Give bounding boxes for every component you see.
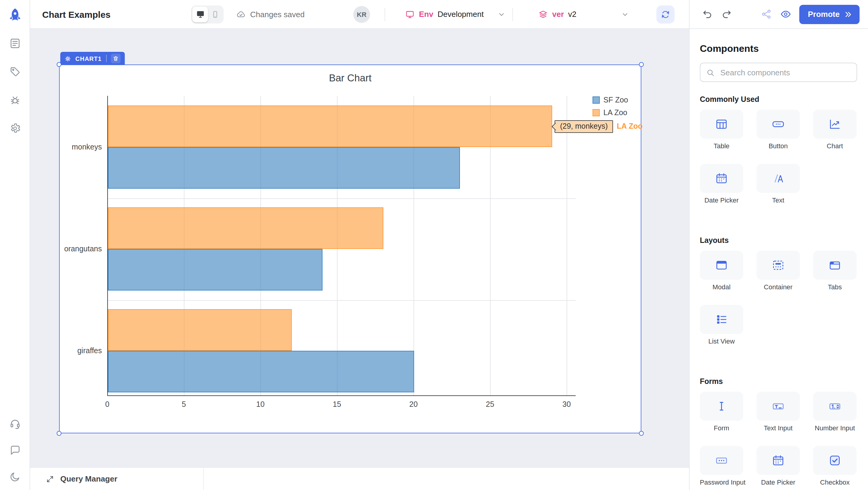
undo-icon[interactable] [702, 8, 713, 20]
x-tick-label: 0 [105, 400, 110, 409]
tag-icon[interactable] [9, 66, 21, 78]
component-card-list-view[interactable]: List View [700, 305, 743, 345]
top-bar-right: Promote [689, 0, 868, 28]
component-card-text[interactable]: Text [756, 164, 800, 204]
bar-sf-zoo-giraffes[interactable] [108, 351, 414, 392]
env-value: Development [438, 10, 484, 19]
chat-icon[interactable] [9, 444, 21, 456]
top-bar: Chart Examples Changes saved KR Env Deve… [30, 0, 868, 29]
components-panel: Components Commonly Used Table Button Ch… [689, 29, 868, 490]
date-picker-icon [772, 454, 785, 467]
component-card-form[interactable]: Form [700, 392, 743, 432]
legend-swatch-la-zoo [592, 109, 600, 116]
y-axis-label: giraffes [77, 346, 102, 355]
component-card-container[interactable]: Container [756, 251, 800, 290]
device-toggle[interactable] [191, 5, 224, 23]
app-logo-rocket-icon [0, 7, 30, 23]
query-manager-label: Query Manager [60, 474, 117, 483]
x-gridline [567, 96, 567, 396]
password-input-icon [715, 454, 728, 467]
search-input[interactable] [719, 67, 851, 78]
mobile-view-button[interactable] [208, 6, 222, 22]
promote-button[interactable]: Promote [800, 4, 860, 24]
component-card-table[interactable]: Table [700, 110, 743, 150]
widget-delete-button[interactable] [111, 54, 120, 63]
x-axis-line [107, 395, 576, 396]
component-card-password-input[interactable]: Password Input [700, 446, 743, 486]
desktop-view-button[interactable] [192, 6, 208, 22]
widget-name: CHART1 [75, 55, 101, 62]
app-root: Chart Examples Changes saved KR Env Deve… [0, 0, 868, 490]
chevron-down-icon[interactable] [498, 10, 506, 19]
widget-settings-gear-icon[interactable] [64, 55, 71, 62]
chart-tooltip: (29, monkeys) LA Zoo [553, 120, 643, 132]
resize-handle-top-left[interactable] [57, 62, 61, 67]
component-card-checkbox[interactable]: Checkbox [813, 446, 857, 486]
number-input-icon [828, 400, 841, 413]
version-chevron-down-icon[interactable] [621, 10, 629, 19]
container-icon [772, 258, 785, 272]
share-icon[interactable] [761, 8, 772, 20]
component-card-text-input[interactable]: Text Input [756, 392, 800, 432]
preview-eye-icon[interactable] [780, 8, 792, 20]
table-icon [715, 118, 728, 131]
legend-entry[interactable]: SF Zoo [592, 93, 628, 106]
tooltip-text: (29, monkeys) [555, 120, 613, 132]
environment-selector[interactable]: Env Development [405, 9, 506, 19]
component-card-date-picker[interactable]: Date Picker [700, 164, 743, 204]
version-label: ver [552, 10, 564, 19]
legend-label: SF Zoo [603, 95, 628, 104]
x-tick-label: 10 [256, 400, 265, 409]
promote-label: Promote [808, 10, 840, 19]
date-picker-icon [715, 172, 728, 185]
component-card-tabs[interactable]: Tabs [813, 251, 857, 290]
refresh-icon [661, 9, 670, 19]
pages-icon[interactable] [9, 37, 21, 50]
refresh-button[interactable] [656, 5, 675, 23]
chart-widget[interactable]: CHART1 Bar Chart SF Zoo LA Zoo [59, 64, 641, 433]
expand-icon[interactable] [46, 474, 54, 483]
text-icon [772, 172, 785, 185]
version-selector[interactable]: ver v2 [538, 9, 577, 19]
layers-icon [538, 9, 548, 19]
version-value: v2 [568, 10, 576, 19]
component-card-number-input[interactable]: Number Input [813, 392, 857, 432]
bar-sf-zoo-monkeys[interactable] [108, 147, 460, 189]
settings-gear-icon[interactable] [9, 122, 21, 134]
left-sidebar [0, 0, 30, 490]
bar-la-zoo-orangutans[interactable] [108, 207, 383, 249]
bar-la-zoo-giraffes[interactable] [108, 309, 292, 351]
resize-handle-top-right[interactable] [639, 62, 644, 67]
components-panel-title: Components [700, 43, 857, 54]
x-tick-label: 25 [486, 400, 494, 409]
chart-legend: SF Zoo LA Zoo [592, 93, 628, 119]
phone-icon [211, 10, 219, 19]
divider [513, 7, 513, 21]
component-card-modal[interactable]: Modal [700, 251, 743, 290]
component-card-button[interactable]: Button [756, 110, 800, 150]
bar-sf-zoo-orangutans[interactable] [108, 249, 322, 290]
support-headset-icon[interactable] [9, 418, 21, 430]
button-icon [772, 118, 785, 131]
y-gridline [108, 198, 576, 198]
editor-canvas[interactable]: CHART1 Bar Chart SF Zoo LA Zoo [30, 29, 689, 490]
x-tick-label: 5 [182, 400, 186, 409]
legend-entry[interactable]: LA Zoo [592, 106, 628, 119]
component-card-chart[interactable]: Chart [813, 110, 857, 150]
component-search[interactable] [700, 63, 857, 82]
query-manager-bar[interactable]: Query Manager [30, 467, 689, 490]
x-tick-label: 30 [562, 400, 571, 409]
section-heading-layouts: Layouts [700, 236, 857, 245]
component-card-date-picker-form[interactable]: Date Picker [756, 446, 800, 486]
bar-la-zoo-monkeys[interactable] [108, 105, 552, 147]
dark-mode-moon-icon[interactable] [9, 471, 21, 483]
resize-handle-bottom-left[interactable] [57, 431, 61, 436]
resize-handle-bottom-right[interactable] [639, 431, 644, 436]
widget-tag[interactable]: CHART1 [60, 52, 124, 65]
tabs-icon [828, 258, 841, 272]
avatar[interactable]: KR [353, 6, 370, 23]
y-axis-line [107, 96, 108, 396]
redo-icon[interactable] [721, 8, 733, 20]
debugger-bug-icon[interactable] [9, 94, 21, 106]
chart-icon [828, 118, 841, 131]
